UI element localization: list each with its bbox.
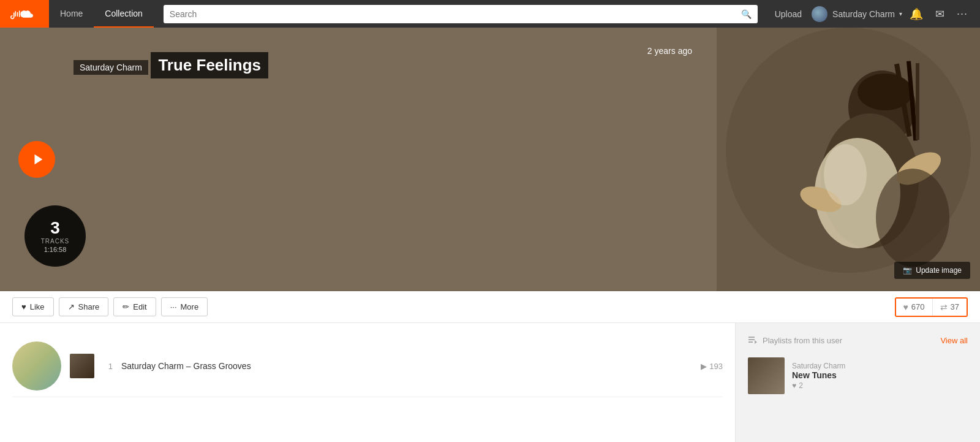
svg-rect-14 — [748, 337, 755, 338]
dots-icon: ··· — [170, 302, 177, 311]
track-info: Saturday Charm – Grass Grooves — [121, 361, 692, 371]
chevron-down-icon[interactable]: ▾ — [899, 10, 902, 17]
heart-icon: ♥ — [21, 302, 26, 311]
hero-section: Saturday Charm True Feelings 2 years ago… — [0, 28, 980, 291]
reposts-count: 37 — [951, 302, 959, 311]
separator: – — [186, 361, 194, 371]
svg-marker-17 — [755, 340, 757, 344]
stats-pills[interactable]: ♥ 670 ⇄ 37 — [895, 297, 968, 317]
playlist-by: Saturday Charm — [792, 362, 845, 370]
edit-icon: ✏ — [123, 302, 129, 311]
play-count: ▶ 193 — [701, 362, 723, 371]
play-count-value: 193 — [709, 362, 723, 371]
share-icon: ↗ — [68, 302, 75, 311]
share-button[interactable]: ↗ Share — [59, 297, 109, 316]
track-duration: 1:16:58 — [44, 246, 67, 253]
playlist-likes: ♥ 2 — [792, 381, 845, 390]
hero-image-placeholder — [717, 28, 980, 291]
navbar: Home Collection 🔍 Upload Saturday Charm … — [0, 0, 980, 28]
playlist-info: Saturday Charm New Tunes ♥ 2 — [792, 362, 845, 390]
heart-stat-icon: ♥ — [903, 302, 908, 312]
track-artist[interactable]: Saturday Charm — [121, 361, 184, 371]
sidebar: Playlists from this user View all Saturd… — [735, 323, 980, 442]
more-label: More — [181, 302, 199, 311]
track-count-circle: 3 TRACKS 1:16:58 — [24, 205, 86, 267]
likes-stat: ♥ 670 — [896, 299, 933, 316]
view-all-link[interactable]: View all — [940, 336, 968, 345]
main-content: 1 Saturday Charm – Grass Grooves ▶ 193 — [0, 323, 980, 442]
playlist-icon — [748, 335, 758, 345]
nav-collection[interactable]: Collection — [94, 0, 153, 28]
playlists-label: Playlists from this user — [763, 336, 842, 345]
update-image-label: Update image — [916, 266, 962, 275]
like-button[interactable]: ♥ Like — [12, 297, 54, 316]
hero-timestamp: 2 years ago — [647, 46, 692, 56]
table-row: 1 Saturday Charm – Grass Grooves ▶ 193 — [12, 335, 723, 397]
playlist-name[interactable]: New Tunes — [792, 370, 845, 380]
action-buttons: ♥ Like ↗ Share ✏ Edit ··· More — [12, 297, 895, 316]
upload-button[interactable]: Upload — [767, 9, 809, 19]
sidebar-section-header: Playlists from this user View all — [748, 335, 968, 345]
like-label: Like — [30, 302, 45, 311]
nav-search-bar: 🔍 — [164, 5, 758, 23]
track-title[interactable]: Grass Grooves — [194, 361, 251, 371]
messages-icon[interactable]: ✉ — [930, 7, 949, 21]
search-icon: 🔍 — [741, 9, 752, 19]
playlist-thumbnail[interactable] — [748, 357, 785, 394]
track-thumbnail — [70, 354, 94, 378]
repost-stat-icon: ⇄ — [940, 302, 948, 312]
list-item: Saturday Charm New Tunes ♥ 2 — [748, 355, 968, 397]
hero-track-title: True Feelings — [151, 52, 268, 78]
username-label[interactable]: Saturday Charm — [832, 9, 895, 19]
play-icon: ▶ — [701, 362, 707, 371]
svg-rect-15 — [748, 339, 755, 340]
nav-links: Home Collection — [49, 0, 154, 28]
svg-rect-16 — [748, 341, 753, 343]
more-button[interactable]: ··· More — [161, 297, 208, 316]
track-count-number: 3 — [50, 219, 60, 237]
hero-content: Saturday Charm True Feelings 2 years ago… — [0, 28, 717, 291]
svg-rect-11 — [916, 63, 919, 140]
nav-home[interactable]: Home — [49, 0, 94, 28]
update-image-button[interactable]: 📷 Update image — [894, 262, 970, 279]
track-number: 1 — [103, 362, 113, 371]
svg-point-13 — [824, 144, 867, 205]
action-bar: ♥ Like ↗ Share ✏ Edit ··· More ♥ 670 ⇄ 3… — [0, 291, 980, 323]
hero-stats: 3 TRACKS 1:16:58 — [24, 205, 86, 267]
camera-icon: 📷 — [903, 266, 912, 275]
playlist-like-count: 2 — [799, 381, 803, 390]
play-button[interactable] — [18, 141, 55, 178]
share-label: Share — [78, 302, 100, 311]
avatar — [812, 6, 827, 22]
svg-marker-0 — [35, 154, 43, 165]
search-input[interactable] — [170, 9, 737, 19]
hero-image: 📷 Update image — [717, 28, 980, 291]
svg-point-12 — [876, 169, 949, 267]
hero-artist-name: Saturday Charm — [74, 60, 148, 75]
reposts-stat: ⇄ 37 — [933, 299, 967, 316]
more-options-icon[interactable]: ··· — [952, 7, 973, 20]
tracks-section: 1 Saturday Charm – Grass Grooves ▶ 193 — [0, 323, 735, 442]
playlists-section-title: Playlists from this user — [748, 335, 842, 345]
heart-icon-small: ♥ — [792, 381, 796, 390]
edit-button[interactable]: ✏ Edit — [113, 297, 156, 316]
notifications-icon[interactable]: 🔔 — [905, 7, 928, 21]
soundcloud-logo[interactable] — [0, 0, 49, 28]
track-count-label: TRACKS — [41, 238, 70, 245]
playlist-large-thumb — [12, 341, 61, 391]
likes-count: 670 — [911, 302, 925, 311]
edit-label: Edit — [133, 302, 146, 311]
nav-right: Upload Saturday Charm ▾ 🔔 ✉ ··· — [767, 6, 980, 22]
